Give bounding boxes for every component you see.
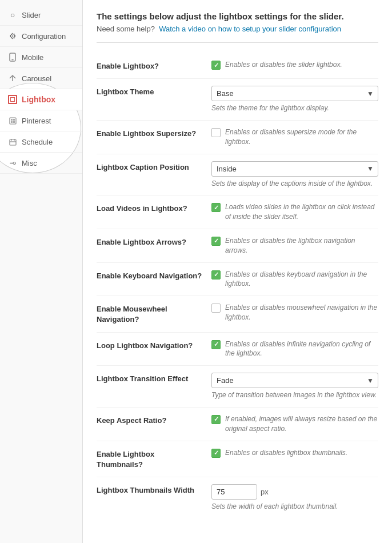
- checkbox-wrap: Enables or disables the lightbox navigat…: [211, 236, 378, 255]
- setting-enable-lightbox: Enable Lightbox? Enables or disables the…: [97, 53, 378, 79]
- setting-enable-thumbnails: Enable Lightbox Thumbnails? Enables or d…: [97, 441, 378, 477]
- setting-control: Enables or disables keyboard navigation …: [211, 270, 378, 289]
- sidebar-item-schedule[interactable]: Schedule: [0, 131, 82, 153]
- transition-effect-select[interactable]: Fade Slide None: [211, 373, 378, 388]
- load-videos-checkbox[interactable]: [211, 203, 221, 212]
- mobile-icon: [8, 53, 17, 62]
- svg-rect-4: [13, 119, 15, 121]
- schedule-icon: [8, 137, 17, 146]
- slider-icon: ○: [8, 10, 17, 19]
- setting-label: Enable Mousewheel Navigation?: [97, 303, 202, 325]
- caption-position-select[interactable]: Inside Outside Below: [211, 161, 378, 177]
- sidebar-item-mobile[interactable]: Mobile: [0, 47, 82, 68]
- help-prefix: Need some help?: [97, 25, 155, 33]
- svg-rect-7: [10, 139, 16, 145]
- sidebar-item-configuration[interactable]: ⚙ Configuration: [0, 26, 82, 47]
- setting-control: px Sets the width of each lightbox thumb…: [211, 484, 378, 512]
- main-content: The settings below adjust the lightbox s…: [83, 0, 392, 543]
- setting-control: If enabled, images will always resize ba…: [211, 414, 378, 434]
- configuration-icon: ⚙: [8, 31, 17, 41]
- setting-transition-effect: Lightbox Transition Effect Fade Slide No…: [97, 366, 378, 408]
- sidebar-item-label: Carousel: [22, 74, 51, 83]
- sidebar-item-label: Slider: [22, 11, 41, 19]
- sidebar-item-label: Misc: [22, 159, 37, 167]
- sidebar-item-slider[interactable]: ○ Slider: [0, 5, 82, 26]
- sidebar-item-label: Pinterest: [22, 117, 51, 125]
- aspect-ratio-checkbox[interactable]: [211, 415, 221, 424]
- svg-rect-2: [10, 118, 16, 124]
- setting-description: Enables or disables the slider lightbox.: [225, 60, 342, 70]
- pinterest-icon: [8, 116, 17, 125]
- svg-point-12: [13, 162, 15, 164]
- sidebar: ○ Slider ⚙ Configuration Mobile: [0, 0, 83, 543]
- lightbox-theme-select[interactable]: Base Dark Light Classic: [211, 86, 378, 101]
- setting-label: Keep Aspect Ratio?: [97, 414, 202, 426]
- setting-label: Enable Lightbox Supersize?: [97, 127, 202, 139]
- setting-lightbox-theme: Lightbox Theme Base Dark Light Classic ▼…: [97, 79, 378, 121]
- setting-load-videos: Load Videos in Lightbox? Loads video sli…: [97, 195, 378, 229]
- carousel-icon: [8, 74, 17, 83]
- setting-control: Loads video slides in the lightbox on cl…: [211, 202, 378, 222]
- setting-caption-position: Lightbox Caption Position Inside Outside…: [97, 154, 378, 196]
- setting-description: Enables or disables infinite navigation …: [225, 340, 378, 359]
- sidebar-item-pinterest[interactable]: Pinterest: [0, 110, 82, 131]
- sidebar-item-lightbox[interactable]: Lightbox: [0, 89, 82, 110]
- lightbox-icon: [8, 95, 17, 104]
- section-divider: [97, 42, 378, 43]
- setting-description: Enables or disables lightbox thumbnails.: [225, 448, 347, 458]
- checkbox-wrap: Loads video slides in the lightbox on cl…: [211, 202, 378, 222]
- setting-label: Lightbox Transition Effect: [97, 373, 202, 384]
- setting-label: Lightbox Caption Position: [97, 161, 202, 173]
- svg-rect-3: [11, 119, 13, 121]
- thumbnails-width-input[interactable]: [211, 484, 257, 500]
- caption-position-select-wrap: Inside Outside Below ▼: [211, 161, 378, 177]
- help-text: Need some help? Watch a video on how to …: [97, 25, 378, 33]
- sidebar-item-carousel[interactable]: Carousel: [0, 68, 82, 89]
- setting-label: Load Videos in Lightbox?: [97, 202, 202, 214]
- checkbox-wrap: Enables or disables lightbox thumbnails.: [211, 448, 378, 458]
- setting-label: Lightbox Thumbnails Width: [97, 484, 202, 496]
- setting-description: Type of transition between images in the…: [211, 390, 378, 400]
- sidebar-item-misc[interactable]: Misc: [0, 153, 82, 174]
- transition-effect-select-wrap: Fade Slide None ▼: [211, 373, 378, 388]
- setting-enable-supersize: Enable Lightbox Supersize? Enables or di…: [97, 121, 378, 154]
- page-title: The settings below adjust the lightbox s…: [97, 11, 378, 21]
- lightbox-theme-select-wrap: Base Dark Light Classic ▼: [211, 86, 378, 101]
- input-unit: px: [261, 488, 269, 496]
- loop-nav-checkbox[interactable]: [211, 340, 221, 349]
- checkbox-wrap: Enables or disables supersize mode for t…: [211, 127, 378, 147]
- svg-rect-6: [13, 121, 15, 123]
- setting-control: Base Dark Light Classic ▼ Sets the theme…: [211, 86, 378, 113]
- svg-rect-5: [11, 121, 13, 123]
- misc-icon: [8, 158, 17, 167]
- setting-description: Enables or disables the lightbox navigat…: [225, 236, 378, 255]
- setting-description: Sets the theme for the lightbox display.: [211, 103, 378, 113]
- setting-enable-arrows: Enable Lightbox Arrows? Enables or disab…: [97, 229, 378, 263]
- enable-thumbnails-checkbox[interactable]: [211, 449, 221, 458]
- setting-mousewheel-nav: Enable Mousewheel Navigation? Enables or…: [97, 296, 378, 332]
- setting-description: Enables or disables keyboard navigation …: [225, 270, 378, 289]
- help-link[interactable]: Watch a video on how to setup your slide…: [159, 25, 341, 33]
- setting-control: Enables or disables mousewheel navigatio…: [211, 303, 378, 322]
- text-input-wrap: px: [211, 484, 378, 500]
- setting-description: Enables or disables supersize mode for t…: [225, 127, 378, 147]
- keyboard-nav-checkbox[interactable]: [211, 270, 221, 280]
- checkbox-wrap: Enables or disables the slider lightbox.: [211, 60, 378, 70]
- checkbox-wrap: Enables or disables mousewheel navigatio…: [211, 303, 378, 322]
- setting-description: Loads video slides in the lightbox on cl…: [225, 202, 378, 222]
- setting-control: Enables or disables lightbox thumbnails.: [211, 448, 378, 458]
- setting-control: Enables or disables the lightbox navigat…: [211, 236, 378, 255]
- setting-description: Sets the display of the captions inside …: [211, 179, 378, 189]
- checkbox-wrap: Enables or disables keyboard navigation …: [211, 270, 378, 289]
- setting-label: Enable Lightbox Thumbnails?: [97, 448, 202, 470]
- mousewheel-nav-checkbox[interactable]: [211, 304, 221, 313]
- setting-control: Enables or disables supersize mode for t…: [211, 127, 378, 147]
- settings-table: Enable Lightbox? Enables or disables the…: [97, 53, 378, 518]
- enable-supersize-checkbox[interactable]: [211, 128, 221, 137]
- enable-arrows-checkbox[interactable]: [211, 237, 221, 246]
- setting-control: Fade Slide None ▼ Type of transition bet…: [211, 373, 378, 400]
- setting-aspect-ratio: Keep Aspect Ratio? If enabled, images wi…: [97, 408, 378, 441]
- setting-thumbnails-width: Lightbox Thumbnails Width px Sets the wi…: [97, 477, 378, 518]
- setting-label: Enable Lightbox Arrows?: [97, 236, 202, 247]
- enable-lightbox-checkbox[interactable]: [211, 61, 221, 70]
